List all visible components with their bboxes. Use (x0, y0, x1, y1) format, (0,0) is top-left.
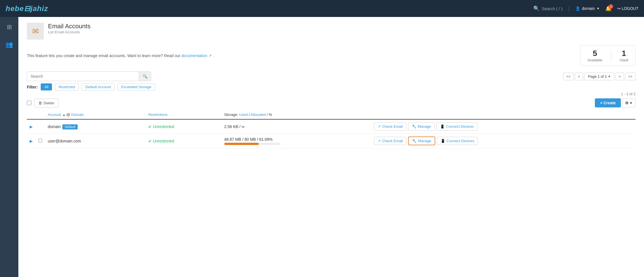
th-account-label: Account (48, 112, 61, 117)
th-at: @ (66, 112, 71, 117)
main-content: ✉ Email Accounts List Email Accounts Thi… (18, 17, 644, 277)
toolbar-right: + Create ⚙ ▼ (595, 98, 636, 107)
connect-devices-button[interactable]: 📱 Connect Devices (436, 122, 477, 131)
info-description: This feature lets you create and manage … (27, 53, 180, 58)
trash-icon: 🗑 (38, 101, 42, 105)
wrench-icon: 🔧 (412, 139, 417, 143)
info-text: This feature lets you create and manage … (27, 53, 214, 58)
logo-text1: hebe (6, 4, 24, 13)
sidebar: ⊞ 👥 (0, 17, 18, 277)
check-icon: ✔ (148, 124, 152, 129)
filter-restricted[interactable]: Restricted (55, 83, 79, 90)
logout-icon: ↪ (617, 6, 621, 11)
nav-search[interactable]: 🔍 Search ( / ) (533, 5, 563, 12)
check-email-label: Check Email (382, 124, 403, 129)
select-all-checkbox[interactable] (27, 101, 31, 105)
create-button[interactable]: + Create (595, 98, 621, 107)
page-label: Page 1 of 1 ▼ (584, 73, 614, 80)
results-count: 1 - 2 of 2 (27, 92, 636, 96)
stat-divider (611, 50, 611, 61)
th-storage-pct-label: % (269, 112, 272, 117)
th-restrictions[interactable]: Restrictions (145, 110, 221, 119)
search-button[interactable]: 🔍 (139, 72, 151, 81)
bell-badge: 1 (609, 4, 613, 9)
page-first-button[interactable]: << (563, 73, 574, 80)
storage-info: 48.87 MB / 80 MB / 61.09% (224, 137, 281, 145)
nav-bell[interactable]: 🔔 1 (605, 5, 612, 12)
account-name: user@domain.com (48, 139, 81, 143)
sidebar-icon-users[interactable]: 👥 (3, 39, 15, 51)
filter-all[interactable]: All (41, 83, 52, 90)
th-storage-used-label: Used (239, 112, 248, 117)
gear-button[interactable]: ⚙ ▼ (622, 98, 636, 107)
page-last-button[interactable]: >> (625, 73, 636, 80)
chevron-page-icon: ▼ (608, 75, 611, 78)
connect-devices-label: Connect Devices (446, 124, 474, 129)
th-storage: Storage: Used / Allocated / % (221, 110, 371, 119)
table-row: ▶user@domain.com✔Unrestricted 48.87 MB /… (27, 134, 636, 148)
mobile-icon: 📱 (441, 139, 445, 143)
th-storage-label: Storage: (224, 112, 238, 117)
page-icon: ✉ (27, 23, 44, 40)
check-email-button[interactable]: ↗ Check Email (374, 137, 406, 145)
filter-default-account[interactable]: Default Account (82, 83, 115, 90)
filter-row: Filter: All Restricted Default Account E… (27, 83, 636, 90)
stats-box: 5 Available 1 Used (580, 45, 636, 66)
row-expand-icon[interactable]: ▶ (30, 139, 33, 143)
check-email-button[interactable]: ↗ Check Email (374, 122, 406, 131)
storage-info: 2.56 KB / ∞ (224, 124, 281, 129)
restriction-status: ✔Unrestricted (148, 124, 219, 129)
manage-label: Manage (418, 124, 431, 129)
page-next-button[interactable]: > (615, 73, 624, 80)
manage-label: Manage (418, 139, 431, 143)
search-input[interactable] (27, 72, 139, 81)
stat-available-num: 5 (588, 49, 602, 58)
th-restrictions-label: Restrictions (148, 112, 167, 117)
logo-icon: ⊟ (24, 4, 31, 13)
row-checkbox[interactable] (38, 139, 42, 142)
delete-button[interactable]: 🗑 Delete (34, 99, 58, 107)
user-icon: 👤 (575, 6, 580, 11)
external-link-icon: ↗ (378, 139, 381, 143)
doc-link[interactable]: documentation ↗ (181, 53, 212, 58)
action-buttons: ↗ Check Email 🔧 Manage 📱 Connect Devices (374, 137, 633, 145)
row-expand-icon[interactable]: ▶ (30, 124, 33, 129)
filter-exceeded-storage[interactable]: Exceeded Storage (118, 83, 155, 90)
connect-devices-button[interactable]: 📱 Connect Devices (437, 137, 478, 145)
page-prev-button[interactable]: < (575, 73, 583, 80)
toolbar-left: 🗑 Delete (27, 99, 58, 107)
stat-available-label: Available (588, 58, 602, 62)
connect-devices-label: Connect Devices (447, 139, 474, 143)
main-layout: ⊞ 👥 ✉ Email Accounts List Email Accounts… (0, 17, 644, 277)
logo-text2: jahiz (31, 4, 48, 13)
stat-used: 1 Used (620, 49, 628, 62)
th-domain-label: Domain (71, 112, 84, 117)
page-title: Email Accounts (48, 23, 90, 30)
info-row: This feature lets you create and manage … (27, 45, 636, 66)
wrench-icon: 🔧 (412, 124, 416, 129)
logout-button[interactable]: ↪ LOGOUT (617, 6, 638, 11)
account-name: domain (48, 124, 61, 129)
toolbar: 🗑 Delete + Create ⚙ ▼ (27, 98, 636, 107)
manage-button[interactable]: 🔧 Manage (408, 137, 435, 145)
chevron-down-icon: ▼ (597, 7, 600, 10)
accounts-table: Account ▲ @ Domain Restrictions Storage:… (27, 110, 636, 148)
nav-user[interactable]: 👤 domain ▼ (575, 6, 600, 11)
th-actions (371, 110, 636, 119)
th-account[interactable]: Account ▲ @ Domain (45, 110, 145, 119)
page-title-block: Email Accounts List Email Accounts (48, 23, 90, 34)
storage-text: 2.56 KB / ∞ (224, 124, 244, 129)
action-buttons: ↗ Check Email 🔧 Manage 📱 Connect Devices (374, 122, 633, 131)
th-checkbox (36, 110, 45, 119)
storage-bar (224, 143, 281, 145)
logout-label: LOGOUT (622, 6, 638, 11)
default-badge: Default (62, 124, 78, 129)
sidebar-icon-grid[interactable]: ⊞ (5, 21, 14, 33)
info-suffix: . (213, 53, 214, 58)
filter-label: Filter: (27, 85, 38, 89)
nav-user-label: domain (582, 6, 595, 11)
manage-button[interactable]: 🔧 Manage (408, 122, 435, 131)
delete-label: Delete (43, 101, 54, 105)
table-row: ▶domainDefault✔Unrestricted 2.56 KB / ∞ … (27, 119, 636, 134)
check-icon: ✔ (148, 139, 152, 143)
